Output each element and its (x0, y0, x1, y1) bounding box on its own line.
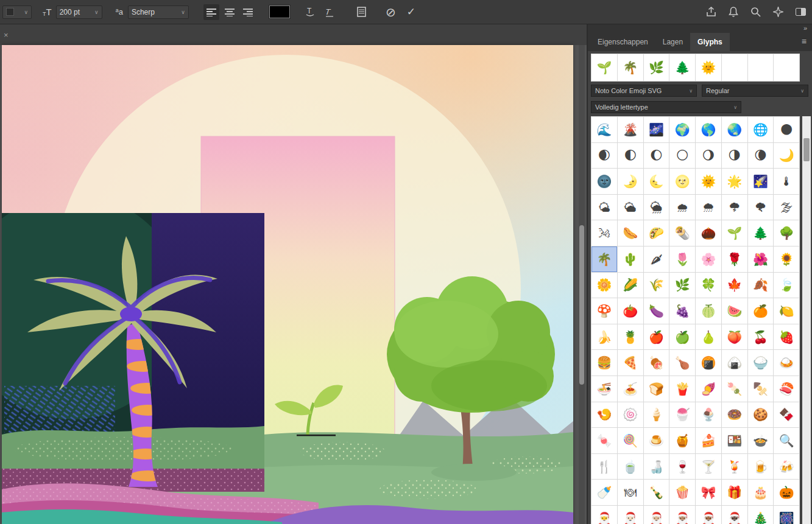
glyph-scope-select[interactable]: Volledig lettertype ∨ (591, 101, 741, 113)
panel-menu-icon[interactable]: ≡ (802, 33, 812, 51)
glyph-cell[interactable]: 🍀 (696, 273, 722, 299)
glyph-cell[interactable]: 🍆 (644, 298, 670, 324)
glyph-cell[interactable]: 🍎 (644, 324, 670, 351)
glyph-cell[interactable]: 🍮 (644, 428, 670, 454)
glyph-cell[interactable]: 🎀 (696, 480, 722, 506)
glyph-cell[interactable]: 🍲 (748, 428, 774, 454)
glyph-cell[interactable]: 🍄 (591, 298, 618, 324)
glyph-cell[interactable]: 🍉 (722, 298, 748, 324)
glyph-cell[interactable]: 🍡 (722, 376, 748, 402)
glyph-cell[interactable]: 🍼 (591, 480, 618, 506)
glyph-cell[interactable]: 🍧 (669, 402, 696, 428)
glyph-cell[interactable]: 🌿 (669, 273, 696, 299)
glyph-cell[interactable]: 🍺 (748, 454, 774, 480)
align-center-button[interactable] (222, 4, 238, 20)
glyph-cell[interactable]: 🍨 (696, 402, 722, 428)
glyph-cell[interactable]: 🌧 (669, 195, 696, 221)
glyph-cell[interactable]: 🌰 (696, 220, 722, 246)
toggle-panels-icon[interactable] (357, 7, 366, 17)
glyph-cell[interactable]: 🍹 (722, 454, 748, 480)
glyph-cell[interactable]: 🌑 (774, 117, 800, 143)
glyph-cell[interactable]: 🍘 (696, 350, 722, 376)
text-transform-icon[interactable]: T (324, 7, 335, 18)
glyph-cell[interactable]: 🍤 (591, 402, 618, 428)
glyph-cell[interactable]: 🌖 (696, 143, 722, 169)
glyph-cell[interactable]: 🎁 (722, 480, 748, 506)
glyph-cell[interactable]: 🍸 (696, 454, 722, 480)
glyph-cell[interactable]: 🌫 (774, 195, 800, 221)
glyph-cell[interactable]: 🍅 (618, 298, 644, 324)
glyph-cell[interactable]: 🌺 (748, 246, 774, 273)
align-right-button[interactable] (240, 4, 256, 20)
glyph-cell[interactable]: 🌼 (591, 273, 618, 299)
glyph-cell[interactable]: 🍭 (618, 428, 644, 454)
glyph-cell[interactable]: 🌪 (748, 195, 774, 221)
workspace-toggle-icon[interactable] (796, 8, 806, 16)
glyph-cell[interactable]: 🍷 (669, 454, 696, 480)
glyph-cell[interactable]: 🍵 (618, 454, 644, 480)
glyph-cell[interactable]: 🌓 (618, 143, 644, 169)
glyph-cell[interactable]: 🌚 (591, 169, 618, 195)
glyph-cell[interactable]: 🌘 (748, 143, 774, 169)
glyphs-scrollbar-thumb[interactable] (803, 138, 810, 161)
tool-preset-select[interactable]: ∨ (2, 5, 32, 19)
glyph-cell[interactable]: 🍢 (748, 376, 774, 402)
glyph-cell[interactable]: 🍾 (644, 480, 670, 506)
notifications-icon[interactable] (729, 7, 738, 17)
font-family-select[interactable]: Noto Color Emoji SVG ∨ (591, 85, 697, 97)
glyph-cell[interactable]: 🍑 (722, 324, 748, 351)
glyph-cell[interactable]: 🍯 (669, 428, 696, 454)
glyph-cell[interactable]: 🍒 (748, 324, 774, 351)
glyph-cell[interactable]: 🍁 (722, 273, 748, 299)
glyph-cell[interactable]: 🎅🏿 (722, 506, 748, 524)
glyph-cell[interactable]: 🎅 (591, 506, 618, 524)
glyph-cell[interactable]: 🌋 (618, 117, 644, 143)
glyph-cell[interactable]: 🌞 (696, 169, 722, 195)
glyph-cell[interactable]: 🌹 (722, 246, 748, 273)
glyph-cell[interactable]: 🍞 (644, 376, 670, 402)
glyph-cell[interactable]: 🌱 (722, 220, 748, 246)
discover-icon[interactable] (773, 7, 783, 17)
glyph-cell[interactable]: 🔍 (774, 428, 800, 454)
glyph-cell[interactable]: 🍙 (722, 350, 748, 376)
glyph-cell[interactable]: 🌩 (722, 195, 748, 221)
recent-glyph-cell[interactable] (774, 54, 800, 82)
warp-text-icon[interactable]: T (305, 7, 316, 18)
glyph-cell[interactable]: 🍕 (618, 350, 644, 376)
text-color-swatch[interactable] (269, 5, 290, 18)
glyph-cell[interactable]: 🍓 (774, 324, 800, 351)
anti-alias-select[interactable]: Scherp ∨ (128, 5, 189, 19)
cancel-edits-icon[interactable]: ⊘ (386, 5, 396, 19)
glyph-cell[interactable]: 🍟 (669, 376, 696, 402)
glyph-cell[interactable]: 🍃 (774, 273, 800, 299)
glyph-cell[interactable]: 🍖 (644, 350, 670, 376)
glyph-cell[interactable]: 🌷 (669, 246, 696, 273)
glyph-cell[interactable]: 🍐 (696, 324, 722, 351)
glyph-cell[interactable]: 🍈 (696, 298, 722, 324)
glyph-cell[interactable]: 🍠 (696, 376, 722, 402)
glyph-cell[interactable]: 🍂 (748, 273, 774, 299)
glyph-cell[interactable]: 🌒 (591, 143, 618, 169)
glyph-cell[interactable]: 🍬 (591, 428, 618, 454)
search-icon[interactable] (750, 7, 761, 17)
glyph-cell[interactable]: 🎅🏼 (644, 506, 670, 524)
glyph-cell[interactable]: 🍌 (591, 324, 618, 351)
share-icon[interactable] (706, 7, 716, 17)
glyph-cell[interactable]: 🌻 (774, 246, 800, 273)
glyph-cell[interactable]: 🌔 (644, 143, 670, 169)
glyph-cell[interactable]: 🌝 (669, 169, 696, 195)
glyph-cell[interactable]: 🌾 (644, 273, 670, 299)
glyph-cell[interactable]: 🌥 (618, 195, 644, 221)
glyph-cell[interactable]: 🌊 (591, 117, 618, 143)
recent-glyph-cell[interactable]: 🌿 (644, 54, 670, 82)
glyph-cell[interactable]: 🍏 (669, 324, 696, 351)
glyph-cell[interactable]: 🍿 (669, 480, 696, 506)
font-size-select[interactable]: 200 pt ∨ (56, 5, 102, 19)
glyph-cell[interactable]: 🎃 (774, 480, 800, 506)
glyph-cell[interactable]: 🍴 (591, 454, 618, 480)
glyph-cell[interactable]: 🌵 (618, 246, 644, 273)
glyph-cell[interactable]: 🎆 (774, 506, 800, 524)
panel-collapse-icon[interactable]: » (803, 24, 807, 32)
glyph-cell[interactable]: 🌴 (591, 246, 618, 273)
glyph-cell[interactable]: 🌲 (748, 220, 774, 246)
